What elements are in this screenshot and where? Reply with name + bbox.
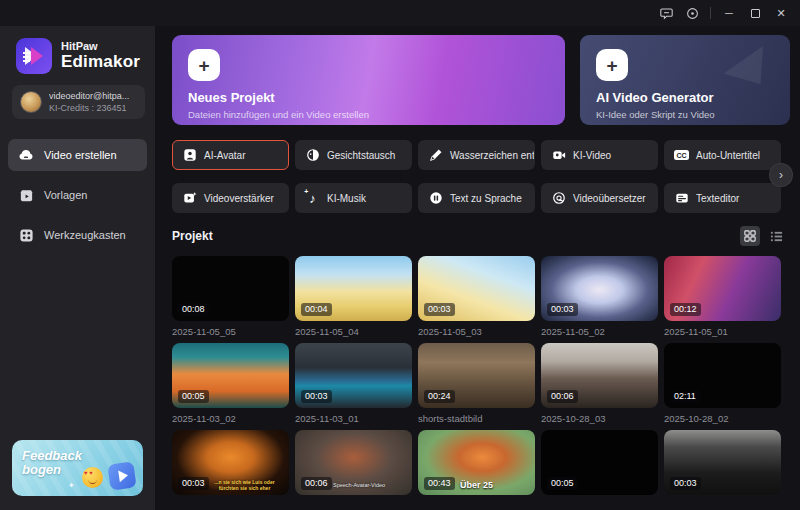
project-thumbnail[interactable]: 00:12	[664, 256, 781, 321]
project-card[interactable]: 02:11 2025-10-28_02	[664, 343, 781, 424]
project-card[interactable]: 00:05	[541, 430, 658, 500]
project-thumbnail[interactable]: 00:03 ...n sie sich wie Luis oderfürchte…	[172, 430, 289, 495]
project-thumbnail[interactable]: 00:04	[295, 256, 412, 321]
project-thumbnail[interactable]: 00:08	[172, 256, 289, 321]
duration-badge: 00:12	[670, 303, 701, 316]
list-view-icon[interactable]	[766, 226, 786, 246]
project-thumbnail[interactable]: 00:03	[295, 343, 412, 408]
project-card[interactable]: 00:03 2025-11-03_01	[295, 343, 412, 424]
project-card[interactable]: 00:03	[664, 430, 781, 500]
video-enhance-icon	[182, 191, 197, 206]
text-editor-icon	[674, 191, 689, 206]
feedback-bubble-icon[interactable]	[653, 3, 679, 23]
titlebar-divider	[710, 7, 711, 19]
project-heading: Projekt	[172, 229, 213, 243]
feedback-label: Feedback bogen	[22, 449, 82, 477]
project-card[interactable]: 00:03 2025-11-05_03	[418, 256, 535, 337]
feature-videoverstaerker-button[interactable]: Videoverstärker	[172, 183, 289, 213]
watermark-remove-icon	[428, 148, 443, 163]
feature-gesichtstausch-button[interactable]: Gesichtstausch	[295, 140, 412, 170]
video-translate-icon	[551, 191, 566, 206]
duration-badge: 00:05	[178, 390, 209, 403]
project-name: 2025-10-28_02	[664, 413, 781, 424]
duration-badge: 00:43	[424, 477, 455, 490]
sparkle-icon: ✦	[68, 481, 75, 490]
project-thumbnail[interactable]: 00:24	[418, 343, 535, 408]
project-thumbnail[interactable]: 00:03	[664, 430, 781, 495]
titlebar: ─ ✕	[0, 0, 800, 26]
sidebar-item-vorlagen[interactable]: Vorlagen	[8, 179, 147, 211]
project-header: Projekt	[172, 226, 790, 246]
minimize-button[interactable]: ─	[716, 3, 742, 23]
duration-badge: 00:05	[547, 477, 578, 490]
duration-badge: 00:06	[301, 477, 332, 490]
duration-badge: 02:11	[670, 390, 700, 403]
sidebar: HitPaw Edimakor videoeditor@hitpa... KI-…	[0, 26, 155, 510]
duration-badge: 00:03	[424, 303, 455, 316]
brand: HitPaw Edimakor	[0, 26, 155, 74]
project-card[interactable]: 00:03 ...n sie sich wie Luis oderfürchte…	[172, 430, 289, 500]
project-thumbnail[interactable]: 00:06	[541, 343, 658, 408]
settings-icon[interactable]	[679, 3, 705, 23]
avatar	[20, 91, 42, 113]
feature-videouebersetzer-button[interactable]: Videoübersetzer	[541, 183, 658, 213]
project-thumbnail[interactable]: 00:03	[541, 256, 658, 321]
brand-name-label: Edimakor	[61, 52, 140, 72]
thumbnail-subtitle-text: ...n sie sich wie Luis oderfürchten sie …	[202, 479, 287, 491]
feature-wasserzeichen-entfernen-button[interactable]: Wasserzeichen entfernen	[418, 140, 535, 170]
project-card[interactable]: 00:06 Speech-Avatar-Video	[295, 430, 412, 500]
project-thumbnail[interactable]: 00:03	[418, 256, 535, 321]
project-card[interactable]: 00:06 2025-10-28_03	[541, 343, 658, 424]
project-name: 2025-11-05_02	[541, 326, 658, 337]
feature-auto-untertitel-button[interactable]: CC Auto-Untertitel	[664, 140, 781, 170]
thumbnail-caption-text: Speech-Avatar-Video	[333, 482, 385, 488]
ai-video-generator-banner[interactable]: + AI Video Generator KI-Idee oder Skript…	[580, 35, 790, 125]
face-swap-icon	[305, 148, 320, 163]
project-card[interactable]: 00:24 shorts-stadtbild	[418, 343, 535, 424]
project-card[interactable]: 00:03 2025-11-05_02	[541, 256, 658, 337]
sidebar-item-video-erstellen[interactable]: Video erstellen	[8, 139, 147, 171]
templates-icon	[18, 187, 34, 203]
user-email: videoeditor@hitpa...	[49, 91, 129, 101]
project-thumbnail[interactable]: 00:43 Über 25	[418, 430, 535, 495]
duration-badge: 00:04	[301, 303, 332, 316]
project-name: 2025-11-03_01	[295, 413, 412, 424]
feature-row-1: AI-Avatar Gesichtstausch Wasserzeichen e…	[172, 140, 790, 170]
duration-badge: 00:03	[670, 477, 701, 490]
close-button[interactable]: ✕	[768, 3, 794, 23]
sidebar-menu: Video erstellen Vorlagen Werkzeugkasten	[0, 139, 155, 251]
project-thumbnail[interactable]: 00:06 Speech-Avatar-Video	[295, 430, 412, 495]
project-thumbnail[interactable]: 00:05	[541, 430, 658, 495]
duration-badge: 00:24	[424, 390, 455, 403]
project-thumbnail[interactable]: 00:05	[172, 343, 289, 408]
new-project-banner[interactable]: + Neues Projekt Dateien hinzufügen und e…	[172, 35, 565, 125]
project-card[interactable]: 00:08 2025-11-05_05	[172, 256, 289, 337]
feature-ki-musik-button[interactable]: ♪ KI-Musik	[295, 183, 412, 213]
project-name: 2025-11-03_02	[172, 413, 289, 424]
feature-text-zu-sprache-button[interactable]: Text zu Sprache	[418, 183, 535, 213]
feature-label: Auto-Untertitel	[696, 150, 760, 161]
project-card[interactable]: 00:04 2025-11-05_04	[295, 256, 412, 337]
project-card[interactable]: 00:43 Über 25	[418, 430, 535, 500]
project-card[interactable]: 00:12 2025-11-05_01	[664, 256, 781, 337]
grid-view-icon[interactable]	[740, 226, 760, 246]
user-account-card[interactable]: videoeditor@hitpa... KI-Credits : 236451	[12, 85, 145, 119]
feature-ai-avatar-button[interactable]: AI-Avatar	[172, 140, 289, 170]
plus-icon: +	[188, 49, 220, 81]
project-thumbnail[interactable]: 02:11	[664, 343, 781, 408]
app-logo-icon	[16, 38, 52, 74]
project-card[interactable]: 00:05 2025-11-03_02	[172, 343, 289, 424]
feedback-banner[interactable]: Feedback bogen ✦	[12, 440, 143, 496]
text-to-speech-icon	[428, 191, 443, 206]
feature-texteditor-button[interactable]: Texteditor	[664, 183, 781, 213]
ai-music-icon: ♪	[305, 191, 320, 206]
maximize-button[interactable]	[742, 3, 768, 23]
new-project-subtitle: Dateien hinzufügen und ein Video erstell…	[188, 109, 549, 120]
sidebar-item-werkzeugkasten[interactable]: Werkzeugkasten	[8, 219, 147, 251]
feature-ki-video-button[interactable]: KI-Video	[541, 140, 658, 170]
more-features-button[interactable]: ›	[770, 164, 792, 186]
feature-label: KI-Musik	[327, 193, 366, 204]
duration-badge: 00:03	[547, 303, 578, 316]
sidebar-item-label: Werkzeugkasten	[44, 229, 126, 241]
banner-row: + Neues Projekt Dateien hinzufügen und e…	[172, 35, 790, 125]
